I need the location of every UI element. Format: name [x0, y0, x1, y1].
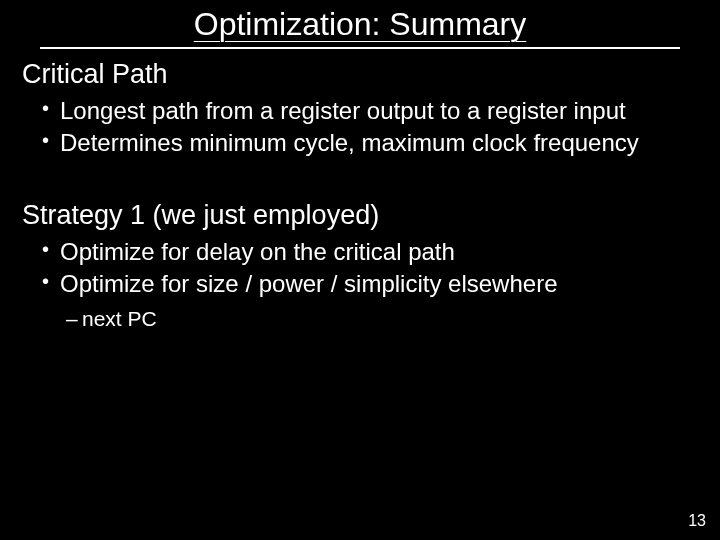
section-heading-critical-path: Critical Path	[22, 59, 698, 90]
page-number: 13	[688, 512, 706, 530]
bullet-list: Optimize for delay on the critical path …	[22, 237, 698, 299]
section-heading-strategy-1: Strategy 1 (we just employed)	[22, 200, 698, 231]
bullet-item: Determines minimum cycle, maximum clock …	[42, 128, 698, 158]
sub-bullet-item: next PC	[66, 305, 698, 332]
bullet-item: Longest path from a register output to a…	[42, 96, 698, 126]
slide: Optimization: Summary Critical Path Long…	[0, 0, 720, 540]
sub-bullet-list: next PC	[22, 305, 698, 332]
bullet-item: Optimize for delay on the critical path	[42, 237, 698, 267]
slide-content: Critical Path Longest path from a regist…	[0, 49, 720, 332]
bullet-item: Optimize for size / power / simplicity e…	[42, 269, 698, 299]
bullet-list: Longest path from a register output to a…	[22, 96, 698, 158]
slide-title: Optimization: Summary	[60, 0, 660, 43]
